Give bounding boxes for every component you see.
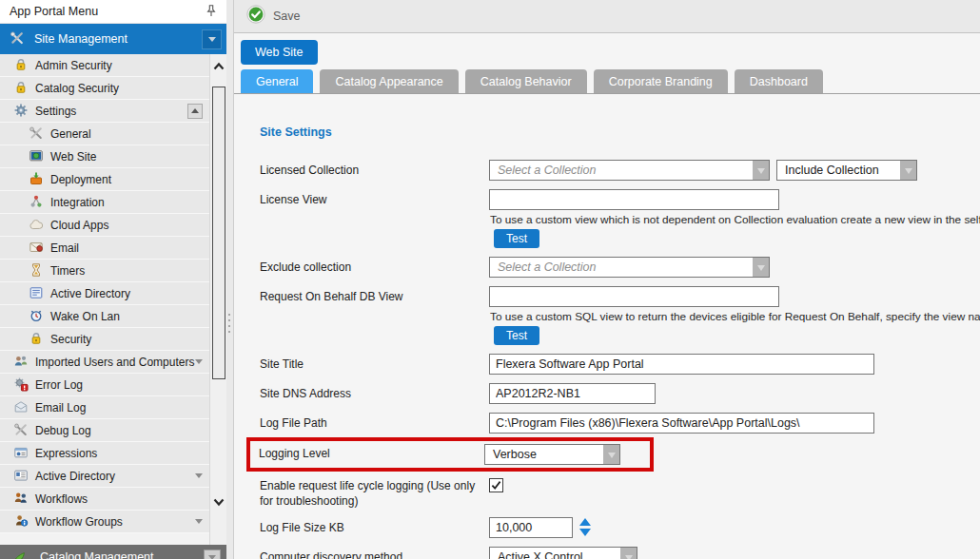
request-on-behalf-helper: To use a custom SQL view to return the d… [490,310,980,323]
sidebar-item-integration[interactable]: Integration [0,191,209,214]
sidebar-footer-catalog-management[interactable]: Catalog Management [0,545,226,559]
sidebar-item-imported-users-and-computers[interactable]: Imported Users and Computers [0,351,209,374]
main-toolbar: Save [234,0,980,33]
row-discovery-method: Computer discovery method Active X Contr… [260,547,980,559]
chevron-down-icon[interactable] [195,356,203,368]
scroll-up-icon[interactable] [210,58,226,75]
sidebar-item-label: Settings [35,105,76,118]
page-tab-web-site[interactable]: Web Site [241,40,318,65]
licensed-collection-dropdown[interactable]: Select a Collection [489,160,770,181]
row-log-file-path: Log File Path [260,413,980,434]
chevron-down-icon[interactable] [603,445,619,464]
row-logging-level-highlighted: Logging Level Verbose [246,437,654,472]
lifecycle-logging-label: Enable request life cycle logging (Use o… [260,475,489,509]
chevron-down-icon[interactable] [204,549,221,559]
sidebar-item-label: Deployment [50,173,111,186]
tab-general[interactable]: General [241,69,313,93]
chevron-down-icon[interactable] [195,515,203,528]
site-title-input[interactable] [489,354,874,375]
stepper-down-icon [579,529,591,536]
site-dns-input[interactable] [489,383,656,404]
sidebar-item-label: Error Log [35,378,83,392]
sidebar-item-catalog-security[interactable]: Catalog Security [0,77,209,100]
sidebar-item-email-log[interactable]: Email Log [0,396,209,419]
logging-level-value: Verbose [485,445,603,464]
request-on-behalf-input[interactable] [489,286,779,307]
scrollbar-thumb[interactable] [212,87,225,379]
chevron-down-icon[interactable] [202,29,222,49]
workflow-users-icon [13,491,29,507]
collapse-up-icon[interactable] [187,104,203,119]
log-file-path-input[interactable] [489,413,874,434]
sidebar-item-active-directory[interactable]: Active Directory [0,282,209,305]
sidebar-item-settings[interactable]: Settings [0,100,209,123]
leaf-icon [11,549,28,559]
sidebar-item-active-directory[interactable]: Active Directory [0,465,209,488]
save-check-icon [246,5,265,28]
stepper-up-icon [579,518,591,526]
sidebar-item-deployment[interactable]: Deployment [0,168,209,191]
tab-corporate-branding[interactable]: Corporate Branding [594,69,728,93]
row-licensed-collection: Licensed Collection Select a Collection … [260,160,980,181]
sidebar-item-label: Security [50,333,91,346]
license-view-helper: To use a custom view which is not depend… [490,213,980,226]
sidebar-item-timers[interactable]: Timers [0,260,209,282]
sidebar-scrollbar[interactable] [209,54,226,545]
integration-icon [29,194,45,210]
log-file-path-label: Log File Path [260,413,489,432]
sidebar-item-workflow-groups[interactable]: Workflow Groups [0,511,209,533]
sidebar-item-admin-security[interactable]: Admin Security [0,54,209,77]
license-view-input[interactable] [489,189,779,210]
pin-icon[interactable] [204,4,219,19]
save-button[interactable]: Save [246,5,301,28]
contact-card-icon [13,468,29,484]
tools-icon [13,422,29,438]
sidebar-item-label: Debug Log [35,424,91,437]
open-envelope-icon [13,399,29,415]
row-site-title: Site Title [260,354,980,375]
sidebar-item-error-log[interactable]: Error Log [0,374,209,396]
sidebar-header-site-management[interactable]: Site Management [0,24,226,54]
request-on-behalf-test-button[interactable]: Test [494,326,539,345]
workflow-group-icon [13,513,29,530]
chevron-down-icon[interactable] [753,258,769,277]
log-file-size-stepper[interactable] [579,517,591,536]
exclude-collection-dropdown[interactable]: Select a Collection [489,257,770,278]
sidebar-item-expressions[interactable]: Expressions [0,442,209,465]
discovery-method-dropdown[interactable]: Active X Control [489,547,637,559]
expression-icon [13,445,29,461]
directory-list-icon [29,285,45,301]
sidebar-item-label: Active Directory [35,470,115,483]
chevron-down-icon[interactable] [195,470,203,482]
chevron-down-icon[interactable] [620,548,637,559]
logging-level-dropdown[interactable]: Verbose [484,444,620,465]
tab-catalog-behavior[interactable]: Catalog Behavior [465,69,587,93]
sidebar-item-label: Active Directory [50,287,130,300]
license-view-test-button[interactable]: Test [494,229,539,248]
sidebar-item-label: General [50,127,91,141]
sidebar-item-web-site[interactable]: Web Site [0,145,209,168]
log-file-size-input[interactable] [489,517,573,538]
chevron-down-icon[interactable] [753,161,769,180]
sidebar-item-debug-log[interactable]: Debug Log [0,419,209,442]
gear-icon [13,103,29,119]
tab-catalog-appearance[interactable]: Catalog Appearance [320,69,458,93]
sidebar-splitter[interactable] [226,0,234,559]
sidebar-item-wake-on-lan[interactable]: Wake On Lan [0,305,209,328]
email-icon [29,240,45,256]
include-collection-dropdown[interactable]: Include Collection [776,160,917,181]
sidebar-item-cloud-apps[interactable]: Cloud Apps [0,214,209,237]
save-button-label: Save [273,10,301,23]
tab-dashboard[interactable]: Dashboard [735,69,823,93]
chevron-down-icon[interactable] [900,161,916,180]
lifecycle-logging-checkbox[interactable] [489,478,503,492]
request-on-behalf-label: Request On Behalf DB View [260,286,489,305]
lock-icon [29,331,45,347]
sidebar-title: App Portal Menu [10,5,204,18]
sidebar-item-email[interactable]: Email [0,237,209,260]
licensed-collection-placeholder: Select a Collection [490,161,753,180]
sidebar-item-general[interactable]: General [0,123,209,145]
scroll-down-icon[interactable] [210,493,226,511]
sidebar-item-security[interactable]: Security [0,328,209,351]
sidebar-item-workflows[interactable]: Workflows [0,488,209,511]
